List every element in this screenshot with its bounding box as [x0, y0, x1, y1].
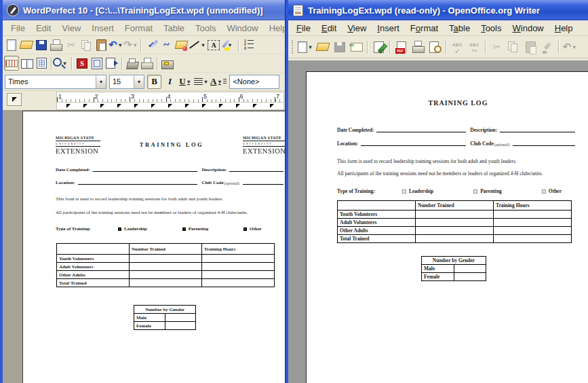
cut-icon[interactable]: [488, 39, 505, 56]
fit-page-icon[interactable]: [90, 56, 104, 71]
wp-menu-item[interactable]: Edit: [31, 22, 56, 35]
wp-menu-item[interactable]: Format: [119, 22, 158, 35]
chevron-down-icon[interactable]: [96, 75, 106, 88]
tab-marker-icon[interactable]: [151, 104, 155, 108]
copy-icon[interactable]: [79, 37, 94, 52]
next-page-icon[interactable]: [104, 56, 119, 71]
checkbox-icon[interactable]: [542, 189, 546, 194]
dropdown-arrow-icon[interactable]: [203, 75, 209, 89]
chevron-down-icon[interactable]: [134, 75, 144, 88]
undo-icon[interactable]: [562, 39, 579, 56]
new-document-icon[interactable]: [297, 39, 314, 56]
redo-icon[interactable]: [123, 37, 138, 52]
edit-file-icon[interactable]: [370, 39, 387, 56]
checkbox-icon[interactable]: [118, 227, 121, 231]
page-columns-icon[interactable]: [34, 56, 49, 71]
dropdown-arrow-icon[interactable]: [307, 39, 313, 56]
ruler-bar-icon[interactable]: [4, 56, 19, 71]
print-icon[interactable]: [49, 37, 64, 52]
dropdown-arrow-icon[interactable]: [132, 37, 138, 52]
auto-spellcheck-icon[interactable]: [466, 39, 483, 56]
copy-icon[interactable]: [505, 39, 522, 56]
italic-button[interactable]: I: [163, 75, 177, 89]
print-document-icon[interactable]: [125, 56, 140, 71]
bold-button[interactable]: B: [147, 75, 161, 89]
dropdown-arrow-icon[interactable]: [200, 37, 206, 52]
font-size-combo[interactable]: 15: [109, 75, 144, 89]
checkbox-icon[interactable]: [473, 189, 477, 194]
tab-marker-icon[interactable]: [185, 104, 189, 108]
oo-menu-item[interactable]: Format: [405, 22, 444, 35]
wp-menu-item[interactable]: Table: [158, 22, 190, 35]
tab-marker-icon[interactable]: [66, 104, 71, 108]
underline-button[interactable]: U: [178, 75, 193, 89]
style-combo[interactable]: <None>: [229, 75, 279, 89]
cut-icon[interactable]: [64, 37, 79, 52]
wp-ruler[interactable]: 1234567: [3, 91, 290, 111]
scrapbook-icon[interactable]: [75, 56, 90, 71]
font-face-combo[interactable]: Times: [5, 75, 106, 89]
tab-marker-icon[interactable]: [202, 104, 206, 108]
open-icon[interactable]: [314, 39, 331, 56]
oo-document-page[interactable]: TRAINING LOG Date Completed: Description…: [306, 71, 588, 383]
checkbox-icon[interactable]: [402, 189, 406, 194]
dropdown-arrow-icon[interactable]: [227, 37, 233, 52]
dropdown-arrow-icon[interactable]: [571, 39, 577, 56]
wp-menu-item[interactable]: File: [5, 22, 31, 35]
text-box-icon[interactable]: [206, 37, 221, 52]
open-icon[interactable]: [19, 37, 34, 52]
dropdown-arrow-icon[interactable]: [62, 56, 68, 71]
tab-marker-icon[interactable]: [219, 104, 223, 108]
justification-button[interactable]: [194, 75, 209, 89]
wp-document-page[interactable]: MICHIGAN STATE UNIVERSITY EXTENSION TRAI…: [22, 111, 290, 383]
font-attributes-button[interactable]: A: [210, 75, 227, 89]
quickfinder-icon[interactable]: [174, 37, 189, 52]
zoom-icon[interactable]: [54, 56, 69, 71]
tab-marker-icon[interactable]: [270, 104, 274, 108]
wp-menu-item[interactable]: Window: [221, 22, 263, 35]
wp-menu-item[interactable]: View: [56, 22, 86, 35]
draw-line-icon[interactable]: [189, 37, 206, 52]
new-document-icon[interactable]: [4, 37, 19, 52]
tab-marker-icon[interactable]: [83, 104, 87, 108]
numbered-list-icon[interactable]: [241, 37, 256, 52]
oo-menu-item[interactable]: Window: [507, 22, 549, 35]
checkbox-icon[interactable]: [243, 227, 247, 231]
tab-marker-icon[interactable]: [253, 104, 257, 108]
print-page-icon[interactable]: [140, 56, 155, 71]
spellcheck-icon[interactable]: [449, 39, 466, 56]
oo-menu-item[interactable]: View: [342, 22, 372, 35]
grammatik-icon[interactable]: [159, 37, 174, 52]
oo-menu-item[interactable]: Insert: [372, 22, 405, 35]
tab-marker-strip[interactable]: [56, 103, 284, 110]
tab-selector-icon[interactable]: [7, 93, 22, 106]
wp-menu-item[interactable]: Insert: [86, 22, 119, 35]
dropdown-arrow-icon[interactable]: [117, 37, 123, 52]
paste-icon[interactable]: [522, 39, 539, 56]
print-icon[interactable]: [410, 39, 427, 56]
undo-icon[interactable]: [109, 37, 123, 52]
oo-menu-item[interactable]: Edit: [316, 22, 342, 35]
tab-marker-icon[interactable]: [168, 104, 172, 108]
tab-marker-icon[interactable]: [236, 104, 240, 108]
oo-menu-item[interactable]: Table: [444, 22, 475, 35]
format-paintbrush-icon[interactable]: [539, 39, 556, 56]
page-preview-icon[interactable]: [427, 39, 444, 56]
two-pages-view-icon[interactable]: [19, 56, 34, 71]
oo-title-bar[interactable]: TrainingLogExt.wpd (read-only) - OpenOff…: [288, 0, 588, 20]
save-icon[interactable]: [331, 39, 348, 56]
tab-marker-icon[interactable]: [134, 104, 138, 108]
export-pdf-icon[interactable]: [393, 39, 410, 56]
highlight-icon[interactable]: [221, 37, 236, 52]
spell-check-icon[interactable]: [144, 37, 159, 52]
fax-icon[interactable]: [160, 56, 175, 71]
ruler-scale[interactable]: 1234567: [56, 92, 284, 103]
dropdown-arrow-icon[interactable]: [216, 75, 222, 89]
wp-title-bar[interactable]: WordPerfect 10 - [C:\...\TrainingLogExt.…: [3, 0, 290, 20]
tab-marker-icon[interactable]: [117, 104, 121, 108]
oo-menu-item[interactable]: File: [291, 22, 316, 35]
paste-icon[interactable]: [94, 37, 109, 52]
oo-menu-item[interactable]: Help: [549, 22, 579, 35]
tab-marker-icon[interactable]: [100, 104, 104, 108]
oo-menu-item[interactable]: Tools: [475, 22, 507, 35]
